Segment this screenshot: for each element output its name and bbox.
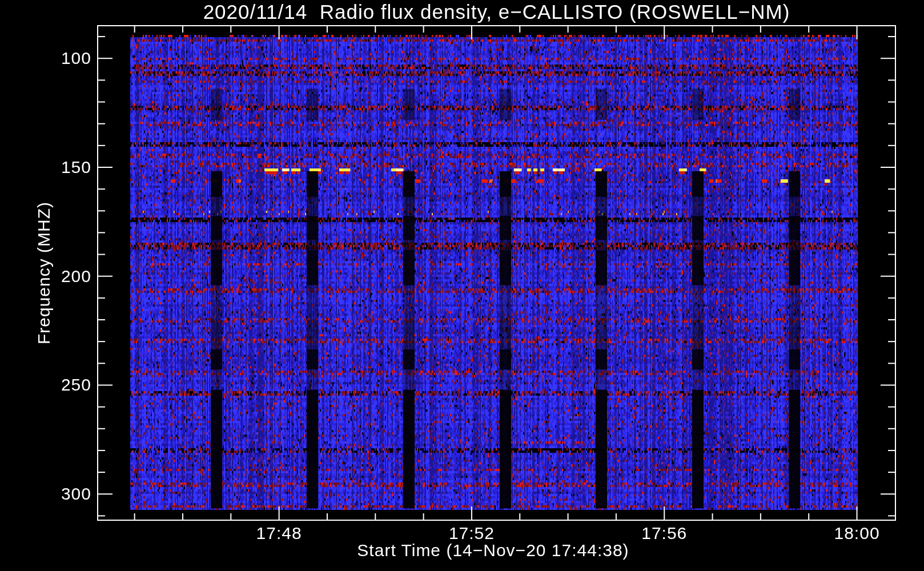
spectrogram-window: 2020/11/14 Radio flux density, e−CALLIST…	[0, 0, 924, 571]
x-axis-label: Start Time (14−Nov−20 17:44:38)	[94, 541, 892, 560]
y-axis-label: Frequency (MHZ)	[34, 202, 54, 344]
chart-title: 2020/11/14 Radio flux density, e−CALLIST…	[98, 1, 895, 23]
spectrogram-canvas	[0, 0, 924, 571]
